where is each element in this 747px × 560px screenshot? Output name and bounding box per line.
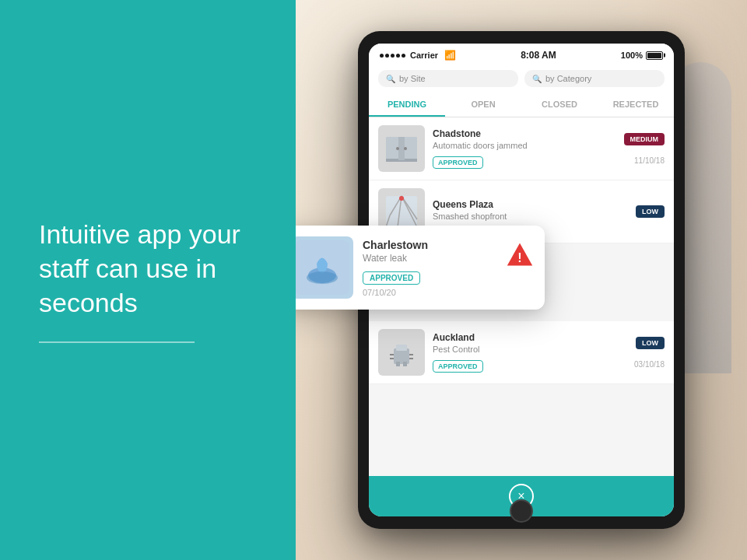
item-location-3: Auckland xyxy=(433,332,610,343)
item-right-2: LOW xyxy=(618,205,665,218)
left-panel: Intuitive app your staff can use in seco… xyxy=(0,0,296,560)
battery-percent: 100% xyxy=(621,51,643,60)
signal-dots xyxy=(380,54,405,58)
svg-point-4 xyxy=(396,147,399,150)
popup-badge: APPROVED xyxy=(363,271,420,285)
item-content-2: Queens Plaza Smashed shopfront xyxy=(433,199,610,225)
popup-thumbnail xyxy=(296,236,353,299)
item-date-3: 03/10/18 xyxy=(634,360,665,369)
status-time: 8:08 AM xyxy=(521,50,556,61)
battery-fill xyxy=(647,53,661,58)
status-right: 100% xyxy=(621,51,663,60)
item-desc-2: Smashed shopfront xyxy=(433,212,610,221)
battery-bar xyxy=(646,51,663,60)
carrier-label: Carrier xyxy=(410,51,438,60)
svg-rect-15 xyxy=(396,345,407,351)
item-thumbnail-3 xyxy=(378,329,425,376)
tab-bar: PENDING OPEN CLOSED REJECTED xyxy=(369,93,674,117)
signal-dot-4 xyxy=(396,54,400,58)
status-bar: Carrier 📶 8:08 AM 100% xyxy=(369,44,674,64)
search-area: 🔍 by Site 🔍 by Category xyxy=(369,64,674,93)
signal-dot-5 xyxy=(402,54,405,58)
tab-rejected[interactable]: REJECTED xyxy=(598,93,674,117)
popup-card: Charlestown Water leak APPROVED 07/10/20… xyxy=(296,226,545,310)
home-button[interactable] xyxy=(510,499,533,523)
item-thumbnail-1 xyxy=(378,125,425,172)
list-item[interactable]: Auckland Pest Control APPROVED LOW 03/10… xyxy=(369,321,674,384)
signal-dot-2 xyxy=(385,54,389,58)
svg-point-24 xyxy=(307,271,338,284)
svg-rect-3 xyxy=(398,137,405,160)
tab-closed[interactable]: CLOSED xyxy=(521,93,598,117)
item-location-2: Queens Plaza xyxy=(433,199,610,210)
item-location-1: Chadstone xyxy=(433,128,610,139)
search-by-category[interactable]: 🔍 by Category xyxy=(524,70,665,87)
tab-open[interactable]: OPEN xyxy=(445,93,521,117)
wifi-icon: 📶 xyxy=(444,50,456,61)
search-icon-category: 🔍 xyxy=(532,75,542,83)
search-icon-site: 🔍 xyxy=(386,75,395,83)
svg-point-5 xyxy=(404,147,407,150)
pest-icon xyxy=(382,333,421,372)
doors-icon xyxy=(382,129,421,168)
priority-tag-1: MEDIUM xyxy=(624,133,665,145)
item-content-3: Auckland Pest Control APPROVED xyxy=(433,332,610,373)
signal-dot-1 xyxy=(380,54,384,58)
headline: Intuitive app your staff can use in seco… xyxy=(39,217,257,320)
popup-description: Water leak xyxy=(363,253,496,264)
signal-dot-3 xyxy=(391,54,395,58)
water-leak-icon xyxy=(296,240,349,295)
item-right-3: LOW 03/10/18 xyxy=(618,337,665,369)
svg-point-13 xyxy=(399,196,404,201)
priority-tag-2: LOW xyxy=(636,205,665,218)
right-panel: Carrier 📶 8:08 AM 100% 🔍 by Site xyxy=(296,0,747,560)
svg-rect-20 xyxy=(396,362,400,366)
search-by-site[interactable]: 🔍 by Site xyxy=(378,70,518,87)
item-desc-3: Pest Control xyxy=(433,345,610,354)
item-badge-3: APPROVED xyxy=(433,360,483,373)
item-desc-1: Automatic doors jammed xyxy=(433,141,610,150)
search-category-label: by Category xyxy=(545,74,591,83)
popup-date: 07/10/20 xyxy=(363,288,496,297)
search-site-label: by Site xyxy=(399,74,426,83)
priority-tag-3: LOW xyxy=(636,337,665,349)
popup-location: Charlestown xyxy=(363,239,496,251)
item-badge-1: APPROVED xyxy=(433,156,483,169)
svg-rect-21 xyxy=(403,362,407,366)
popup-content: Charlestown Water leak APPROVED 07/10/20 xyxy=(363,239,496,297)
item-date-1: 11/10/18 xyxy=(634,156,665,165)
item-content-1: Chadstone Automatic doors jammed APPROVE… xyxy=(433,128,610,169)
list-item[interactable]: Chadstone Automatic doors jammed APPROVE… xyxy=(369,117,674,180)
status-left: Carrier 📶 xyxy=(380,50,456,61)
svg-text:!: ! xyxy=(517,250,521,264)
item-right-1: MEDIUM 11/10/18 xyxy=(618,133,665,165)
alert-icon: ! xyxy=(506,240,534,268)
tab-pending[interactable]: PENDING xyxy=(369,93,445,117)
divider xyxy=(39,341,195,343)
popup-right: ! xyxy=(506,240,534,295)
